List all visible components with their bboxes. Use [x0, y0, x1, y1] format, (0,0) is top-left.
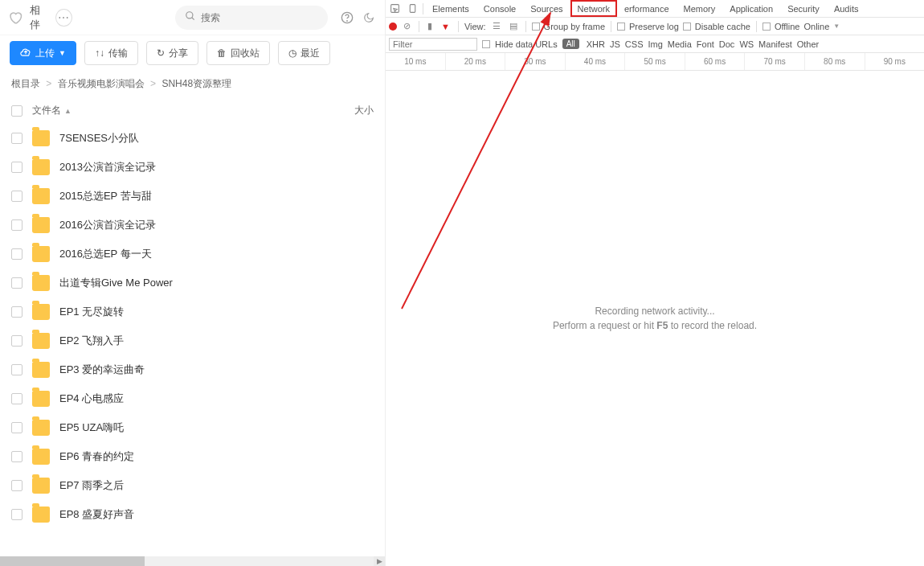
- scrollbar-thumb[interactable]: [0, 556, 145, 566]
- preserve-checkbox[interactable]: [617, 23, 625, 31]
- record-icon[interactable]: [389, 23, 397, 31]
- crumb[interactable]: 根目录: [11, 78, 40, 89]
- filter-all[interactable]: All: [562, 39, 579, 49]
- trash-icon: 🗑: [217, 47, 227, 59]
- table-row[interactable]: 2013公演首演全记录: [0, 153, 385, 182]
- table-row[interactable]: EP6 青春的约定: [0, 442, 385, 471]
- group-checkbox[interactable]: [532, 23, 540, 31]
- transfer-button[interactable]: ↑↓ 传输: [84, 41, 138, 65]
- svg-point-0: [186, 12, 193, 18]
- crumb[interactable]: SNH48资源整理: [161, 78, 231, 89]
- row-checkbox[interactable]: [11, 509, 22, 520]
- help-icon[interactable]: [339, 9, 356, 27]
- table-row[interactable]: EP4 心电感应: [0, 384, 385, 413]
- devtools-tab-sources[interactable]: Sources: [523, 0, 570, 17]
- table-row[interactable]: EP3 爱的幸运曲奇: [0, 355, 385, 384]
- folder-icon: [32, 217, 50, 233]
- select-all-checkbox[interactable]: [11, 105, 22, 117]
- capture-icon[interactable]: ▮: [425, 21, 435, 31]
- devtools-tab-network[interactable]: Network: [570, 0, 617, 17]
- table-row[interactable]: EP1 无尽旋转: [0, 297, 385, 326]
- recent-button[interactable]: ◷ 最近: [278, 41, 330, 65]
- row-checkbox[interactable]: [11, 248, 22, 260]
- timeline-tick: 20 ms: [445, 53, 505, 70]
- clear-icon[interactable]: ⊘: [401, 21, 413, 31]
- devtools-tab-audits[interactable]: Audits: [827, 0, 866, 17]
- devtools-tab-elements[interactable]: Elements: [425, 0, 476, 17]
- view-label: View:: [464, 22, 486, 31]
- file-name: EP4 心电感应: [59, 392, 124, 406]
- column-name[interactable]: 文件名 ▲: [32, 104, 341, 117]
- moon-icon[interactable]: [360, 9, 377, 27]
- row-checkbox[interactable]: [11, 277, 22, 289]
- filter-type-manifest[interactable]: Manifest: [756, 39, 795, 49]
- devtools-tabs: ElementsConsoleSourcesNetworkerformanceM…: [386, 0, 924, 18]
- table-row[interactable]: EP8 盛夏好声音: [0, 500, 385, 529]
- share-label: 分享: [169, 47, 188, 60]
- crumb[interactable]: 音乐视频电影演唱会: [58, 78, 145, 89]
- file-name: 2013公演首演全记录: [59, 160, 156, 174]
- filter-input[interactable]: [389, 38, 477, 51]
- filter-type-xhr[interactable]: XHR: [584, 39, 607, 49]
- row-checkbox[interactable]: [11, 393, 22, 404]
- table-row[interactable]: 2015总选EP 苦与甜: [0, 182, 385, 211]
- timeline-tick: 60 ms: [685, 53, 745, 70]
- hide-urls-checkbox[interactable]: [482, 40, 490, 48]
- row-checkbox[interactable]: [11, 335, 22, 347]
- table-row[interactable]: 出道专辑Give Me Power: [0, 269, 385, 297]
- filter-type-media[interactable]: Media: [665, 39, 694, 49]
- table-row[interactable]: 2016总选EP 每一天: [0, 240, 385, 269]
- timeline-ruler[interactable]: 10 ms20 ms30 ms40 ms50 ms60 ms70 ms80 ms…: [386, 53, 924, 71]
- hide-urls-label: Hide data URLs: [495, 39, 558, 49]
- filter-type-img[interactable]: Img: [645, 39, 664, 49]
- share-button[interactable]: ↻ 分享: [146, 41, 198, 65]
- throttle-select[interactable]: Online: [803, 22, 829, 31]
- filter-type-css[interactable]: CSS: [623, 39, 646, 49]
- favorite-icon[interactable]: [8, 10, 23, 26]
- table-row[interactable]: 7SENSES小分队: [0, 124, 385, 153]
- folder-icon: [32, 159, 50, 175]
- row-checkbox[interactable]: [11, 306, 22, 318]
- device-icon[interactable]: [403, 0, 421, 18]
- recycle-button[interactable]: 🗑 回收站: [206, 41, 270, 65]
- filter-type-doc[interactable]: Doc: [717, 39, 738, 49]
- recording-text: Recording network activity...: [595, 306, 714, 317]
- filter-type-js[interactable]: JS: [607, 39, 623, 49]
- more-icon[interactable]: ⋯: [55, 9, 72, 27]
- row-checkbox[interactable]: [11, 480, 22, 491]
- column-size[interactable]: 大小: [341, 104, 374, 117]
- search-input[interactable]: [201, 12, 321, 23]
- row-checkbox[interactable]: [11, 162, 22, 173]
- filter-toggle-icon[interactable]: ▼: [439, 22, 452, 31]
- scroll-right-icon[interactable]: ▶: [374, 556, 385, 566]
- filter-type-other[interactable]: Other: [795, 39, 822, 49]
- transfer-icon: ↑↓: [95, 47, 104, 59]
- folder-icon: [32, 420, 50, 436]
- disable-cache-checkbox[interactable]: [683, 23, 691, 31]
- devtools-tab-performance[interactable]: erformance: [617, 0, 677, 17]
- table-row[interactable]: EP5 UZA嗨吒: [0, 413, 385, 442]
- table-row[interactable]: EP7 雨季之后: [0, 471, 385, 500]
- filter-type-ws[interactable]: WS: [737, 39, 756, 49]
- row-checkbox[interactable]: [11, 133, 22, 144]
- devtools-tab-application[interactable]: Application: [722, 0, 780, 17]
- devtools-tab-memory[interactable]: Memory: [677, 0, 723, 17]
- row-checkbox[interactable]: [11, 191, 22, 202]
- row-checkbox[interactable]: [11, 364, 22, 375]
- table-row[interactable]: 2016公演首演全记录: [0, 211, 385, 240]
- inspect-icon[interactable]: [386, 0, 403, 18]
- row-checkbox[interactable]: [11, 219, 22, 231]
- table-row[interactable]: EP2 飞翔入手: [0, 326, 385, 355]
- offline-checkbox[interactable]: [763, 23, 771, 31]
- devtools-tab-console[interactable]: Console: [476, 0, 523, 17]
- horizontal-scrollbar[interactable]: ▶: [0, 556, 385, 566]
- view-small-icon[interactable]: ▤: [507, 21, 520, 31]
- row-checkbox[interactable]: [11, 422, 22, 433]
- view-large-icon[interactable]: ☰: [490, 21, 503, 31]
- file-name: EP2 飞翔入手: [59, 334, 124, 348]
- filter-type-font[interactable]: Font: [694, 39, 717, 49]
- devtools-tab-security[interactable]: Security: [780, 0, 827, 17]
- row-checkbox[interactable]: [11, 451, 22, 462]
- cloud-upload-icon: [20, 47, 31, 60]
- upload-button[interactable]: 上传 ▼: [10, 41, 76, 65]
